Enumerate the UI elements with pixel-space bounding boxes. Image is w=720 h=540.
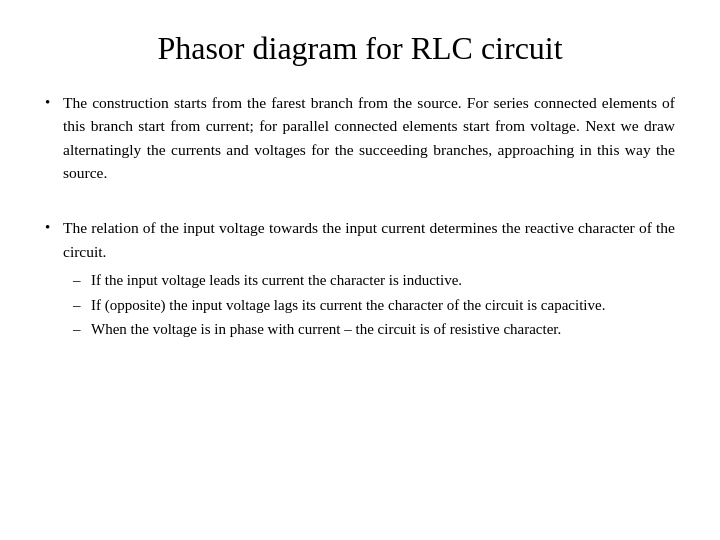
sub-dash-3: – bbox=[73, 318, 91, 341]
bullet-item-1: • The construction starts from the fares… bbox=[45, 91, 675, 184]
sub-text-3: When the voltage is in phase with curren… bbox=[91, 318, 675, 341]
sub-bullet-1: – If the input voltage leads its current… bbox=[73, 269, 675, 292]
bullet-main-text-2: The relation of the input voltage toward… bbox=[63, 219, 675, 260]
bullet-dot-1: • bbox=[45, 91, 63, 114]
bullet-section-2: • The relation of the input voltage towa… bbox=[45, 216, 675, 357]
page: Phasor diagram for RLC circuit • The con… bbox=[0, 0, 720, 540]
sub-bullet-3: – When the voltage is in phase with curr… bbox=[73, 318, 675, 341]
bullet-content-2: The relation of the input voltage toward… bbox=[63, 216, 675, 343]
bullet-section-1: • The construction starts from the fares… bbox=[45, 91, 675, 198]
bullet-dot-2: • bbox=[45, 216, 63, 239]
sub-text-1: If the input voltage leads its current t… bbox=[91, 269, 675, 292]
sub-bullet-2: – If (opposite) the input voltage lags i… bbox=[73, 294, 675, 317]
sub-bullets: – If the input voltage leads its current… bbox=[63, 269, 675, 341]
bullet-text-1: The construction starts from the farest … bbox=[63, 91, 675, 184]
sub-text-2: If (opposite) the input voltage lags its… bbox=[91, 294, 675, 317]
bullet-item-2: • The relation of the input voltage towa… bbox=[45, 216, 675, 343]
page-title: Phasor diagram for RLC circuit bbox=[45, 30, 675, 67]
sub-dash-2: – bbox=[73, 294, 91, 317]
sub-dash-1: – bbox=[73, 269, 91, 292]
